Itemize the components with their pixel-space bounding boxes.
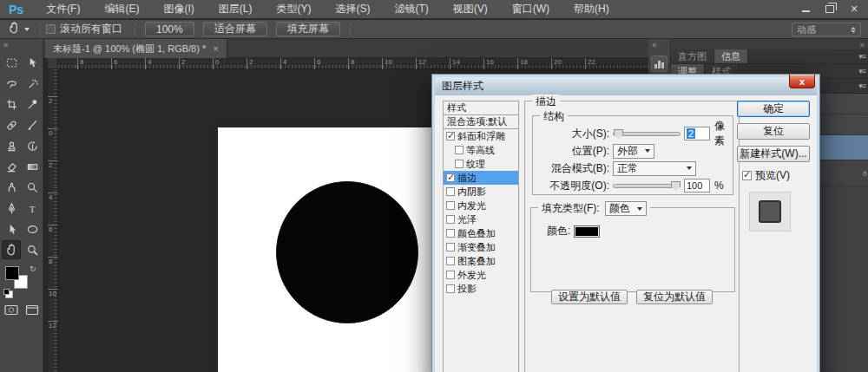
- restore-icon[interactable]: [821, 3, 838, 15]
- zoom-100-button[interactable]: 100%: [145, 22, 194, 36]
- blend-mode-dropdown[interactable]: 正常: [613, 161, 696, 176]
- hand-tool-dropdown-caret[interactable]: [24, 28, 30, 31]
- zoom-tool[interactable]: [23, 240, 42, 259]
- panel-menu-icon[interactable]: ▾≡: [858, 52, 865, 61]
- preview-checkbox[interactable]: [742, 171, 752, 180]
- size-input[interactable]: 2: [684, 127, 710, 140]
- horizontal-ruler[interactable]: 86420246810121416182022: [58, 58, 648, 69]
- fill-type-dropdown[interactable]: 颜色: [605, 201, 647, 216]
- minimize-icon[interactable]: [797, 3, 814, 15]
- pen-tool[interactable]: [2, 199, 21, 218]
- workspace-switcher[interactable]: 动感: [792, 23, 861, 36]
- magic-wand-tool[interactable]: [23, 74, 42, 93]
- style-effect-item[interactable]: 光泽: [444, 212, 518, 226]
- fit-screen-button[interactable]: 适合屏幕: [203, 22, 267, 36]
- dock-expand-icon[interactable]: »: [859, 40, 865, 49]
- effect-checkbox[interactable]: [446, 187, 455, 196]
- effect-checkbox[interactable]: [446, 243, 455, 251]
- menu-item[interactable]: 图层(L): [207, 2, 265, 16]
- effect-checkbox[interactable]: [446, 257, 455, 265]
- effect-checkbox[interactable]: [446, 215, 455, 224]
- new-style-button[interactable]: 新建样式(W)...: [737, 146, 810, 162]
- switch-colors-icon[interactable]: ↻: [30, 264, 36, 273]
- tab-close-icon[interactable]: ×: [213, 43, 218, 54]
- style-effect-item[interactable]: 渐变叠加: [444, 240, 518, 254]
- eraser-tool[interactable]: [2, 157, 21, 176]
- dodge-tool[interactable]: [23, 178, 42, 197]
- fill-screen-button[interactable]: 填充屏幕: [276, 22, 340, 36]
- size-slider-thumb[interactable]: [614, 129, 623, 139]
- menu-item[interactable]: 文件(F): [34, 2, 92, 16]
- menu-item[interactable]: 编辑(E): [92, 2, 151, 16]
- crop-tool[interactable]: [2, 95, 21, 114]
- menu-item[interactable]: 帮助(H): [562, 2, 621, 16]
- effect-checkbox[interactable]: [455, 146, 464, 154]
- style-effect-item[interactable]: 颜色叠加: [444, 226, 518, 240]
- opacity-slider[interactable]: [613, 181, 681, 191]
- menu-item[interactable]: 选择(S): [323, 2, 382, 16]
- menu-item[interactable]: 类型(Y): [264, 2, 323, 16]
- close-icon[interactable]: ✕: [845, 3, 863, 15]
- reset-button[interactable]: 复位: [737, 123, 810, 140]
- type-tool[interactable]: T: [23, 199, 42, 218]
- gradient-tool[interactable]: [23, 157, 42, 176]
- clone-stamp-tool[interactable]: [2, 136, 21, 155]
- histogram-panel-icon[interactable]: [651, 55, 667, 72]
- smudge-tool[interactable]: [2, 178, 21, 197]
- panel-menu-icon[interactable]: ▾≡: [858, 82, 865, 90]
- move-tool[interactable]: [23, 53, 42, 72]
- ok-button[interactable]: 确定: [737, 101, 810, 117]
- scroll-all-windows-checkbox[interactable]: [46, 24, 56, 34]
- vertical-ruler[interactable]: 2024681012: [48, 69, 58, 372]
- style-effect-item[interactable]: 纹理: [444, 157, 518, 171]
- panel-menu-icon[interactable]: ▾≡: [858, 67, 865, 75]
- foreground-color-swatch[interactable]: [5, 266, 19, 280]
- menu-item[interactable]: 滤镜(T): [382, 2, 440, 16]
- spot-healing-brush-tool[interactable]: [2, 115, 21, 134]
- style-effect-item[interactable]: 投影: [444, 282, 518, 296]
- tools-collapse-icon[interactable]: «: [0, 39, 43, 50]
- style-effect-item[interactable]: 斜面和浮雕: [444, 129, 518, 143]
- ellipse-tool[interactable]: [23, 219, 42, 238]
- effect-checkbox[interactable]: [446, 284, 455, 293]
- document-tab[interactable]: 未标题-1 @ 100% (椭圆 1, RGB/8) * ×: [45, 39, 227, 58]
- position-dropdown[interactable]: 外部: [613, 144, 654, 159]
- effect-checkbox[interactable]: [446, 201, 455, 210]
- brush-tool[interactable]: [23, 115, 42, 134]
- menu-item[interactable]: 图像(I): [151, 2, 206, 16]
- panel-tab[interactable]: 信息: [714, 49, 748, 63]
- eyedropper-tool[interactable]: [23, 95, 42, 114]
- quick-mask-button[interactable]: [3, 303, 19, 320]
- screen-mode-button[interactable]: [24, 303, 40, 320]
- history-brush-tool[interactable]: [23, 136, 42, 155]
- default-colors-icon[interactable]: [3, 289, 10, 295]
- effect-checkbox[interactable]: [446, 173, 455, 182]
- ellipse-shape-layer[interactable]: [276, 181, 418, 323]
- dock-collapse-icon[interactable]: «: [648, 39, 670, 50]
- set-default-button[interactable]: 设置为默认值: [551, 290, 628, 304]
- stroke-color-swatch[interactable]: [574, 225, 600, 238]
- menu-item[interactable]: 窗口(W): [500, 2, 562, 16]
- ruler-corner[interactable]: [48, 58, 58, 69]
- hand-tool[interactable]: [2, 240, 21, 259]
- effect-checkbox[interactable]: [455, 160, 464, 168]
- style-effect-item[interactable]: 等高线: [444, 143, 518, 157]
- style-effect-item[interactable]: 内阴影: [444, 185, 518, 199]
- rectangular-marquee-tool[interactable]: [2, 53, 21, 72]
- path-selection-tool[interactable]: [2, 219, 21, 238]
- dialog-close-button[interactable]: x: [789, 75, 815, 88]
- blending-options-item[interactable]: 混合选项:默认: [444, 115, 518, 129]
- dialog-title-bar[interactable]: 图层样式: [435, 77, 817, 95]
- lasso-tool[interactable]: [2, 74, 21, 93]
- menu-item[interactable]: 视图(V): [441, 2, 500, 16]
- panel-tab[interactable]: 直方图: [671, 49, 714, 63]
- style-effect-item[interactable]: 外发光: [444, 268, 518, 282]
- effect-checkbox[interactable]: [446, 132, 455, 140]
- effect-checkbox[interactable]: [446, 229, 455, 238]
- opacity-slider-thumb[interactable]: [671, 181, 681, 191]
- effect-checkbox[interactable]: [446, 271, 455, 279]
- reset-default-button[interactable]: 复位为默认值: [636, 290, 713, 304]
- style-effect-item[interactable]: 描边: [444, 171, 518, 185]
- opacity-input[interactable]: 100: [684, 179, 710, 193]
- size-slider[interactable]: [613, 129, 681, 139]
